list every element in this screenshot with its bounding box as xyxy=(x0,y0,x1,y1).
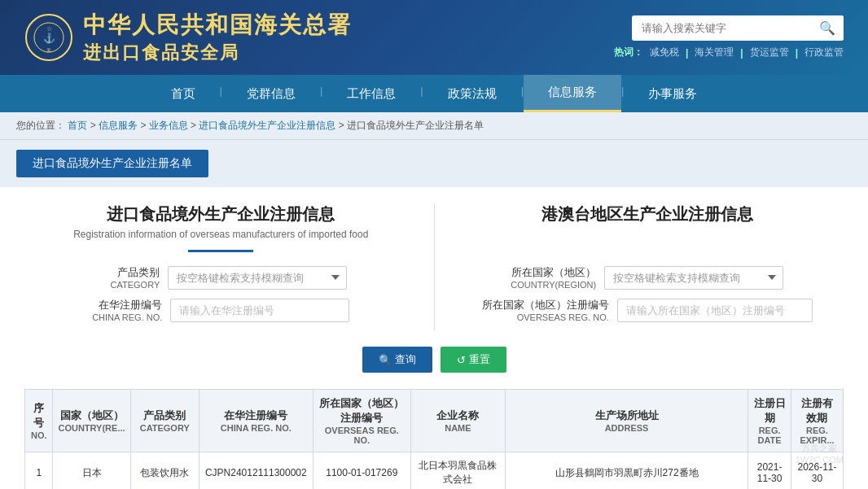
data-table: 序号NO. 国家（地区）COUNTRY(RE... 产品类别CATEGORY 在… xyxy=(24,389,844,489)
category-en: CATEGORY xyxy=(94,280,160,290)
search-button[interactable]: 🔍 查询 xyxy=(362,347,432,373)
breadcrumb-info[interactable]: 信息服务 xyxy=(99,120,138,131)
category-label: 产品类别 CATEGORY xyxy=(94,265,160,290)
hot-label: 热词： xyxy=(614,46,643,59)
table-cell: 1100-01-017269 xyxy=(313,452,410,490)
table-header-row: 序号NO. 国家（地区）COUNTRY(RE... 产品类别CATEGORY 在… xyxy=(25,390,844,452)
hkmt-section: 港澳台地区生产企业注册信息 所在国家（地区） COUNTRY(REGION) 按… xyxy=(451,203,844,330)
reset-button[interactable]: ↺ 重置 xyxy=(441,347,506,373)
col-name: 企业名称NAME xyxy=(410,390,505,452)
hot-keywords: 热词： 减免税 | 海关管理 | 货运监管 | 行政监管 xyxy=(614,46,844,59)
hot-keyword-2[interactable]: 海关管理 xyxy=(695,46,734,59)
header: ☆ ⚓ 关 中华人民共和国海关总署 进出口食品安全局 🔍 热词： 减免税 | 海… xyxy=(0,0,868,75)
table-cell: 山形县鶴岡市羽黒町赤川272番地 xyxy=(505,452,747,490)
china-reg-cn: 在华注册编号 xyxy=(92,298,162,312)
china-reg-label: 在华注册编号 CHINA REG. NO. xyxy=(92,298,162,322)
sub-title: 进出口食品安全局 xyxy=(83,41,352,65)
table-cell: 2026-11-30 xyxy=(791,452,843,490)
main-title: 中华人民共和国海关总署 xyxy=(83,10,352,41)
nav-policy[interactable]: 政策法规 xyxy=(423,75,521,112)
reset-label: 重置 xyxy=(469,352,490,367)
nav-service[interactable]: 办事服务 xyxy=(624,75,721,112)
breadcrumb-home[interactable]: 首页 xyxy=(68,120,87,131)
overseas-title: 进口食品境外生产企业注册信息 xyxy=(24,203,418,225)
hot-keyword-3[interactable]: 货运监管 xyxy=(750,46,789,59)
col-country: 国家（地区）COUNTRY(RE... xyxy=(53,390,130,452)
overseas-reg-cn: 所在国家（地区）注册编号 xyxy=(482,298,609,312)
overseas-reg-label: 所在国家（地区）注册编号 OVERSEAS REG. NO. xyxy=(482,298,609,322)
breadcrumb-biz[interactable]: 业务信息 xyxy=(149,120,188,131)
col-reg-expire: 注册有效期REG. EXPIR... xyxy=(791,390,843,452)
category-cn: 产品类别 xyxy=(94,265,160,280)
breadcrumb-label: 您的位置： xyxy=(16,120,65,131)
table-row: 1日本包装饮用水CJPN240121113000021100-01-017269… xyxy=(25,452,844,490)
hkmt-title: 港澳台地区生产企业注册信息 xyxy=(451,203,844,225)
logo-icon: ☆ ⚓ 关 xyxy=(24,13,73,62)
page-heading-button[interactable]: 进口食品境外生产企业注册名单 xyxy=(16,150,208,177)
hot-keyword-4[interactable]: 行政监管 xyxy=(804,46,844,59)
svg-text:关: 关 xyxy=(46,47,51,53)
overseas-subtitle: Registration information of overseas man… xyxy=(24,229,418,240)
header-logo: ☆ ⚓ 关 中华人民共和国海关总署 进出口食品安全局 xyxy=(24,10,352,65)
main-nav: 首页 | 党群信息 | 工作信息 | 政策法规 | 信息服务 | 办事服务 xyxy=(0,75,868,112)
nav-home[interactable]: 首页 xyxy=(147,75,220,112)
country-label: 所在国家（地区） COUNTRY(REGION) xyxy=(511,265,596,290)
table-cell: 北日本羽黒食品株式会社 xyxy=(410,452,505,490)
section-divider xyxy=(434,203,435,330)
country-en: COUNTRY(REGION) xyxy=(511,280,596,290)
hot-keyword-1[interactable]: 减免税 xyxy=(650,46,679,59)
overseas-reg-en: OVERSEAS REG. NO. xyxy=(482,312,609,322)
overseas-reg-row: 所在国家（地区）注册编号 OVERSEAS REG. NO. xyxy=(451,298,844,322)
china-reg-row: 在华注册编号 CHINA REG. NO. xyxy=(24,298,418,322)
china-reg-input[interactable] xyxy=(170,299,349,322)
action-row: 🔍 查询 ↺ 重置 xyxy=(24,347,844,373)
table-cell: 2021-11-30 xyxy=(748,452,791,490)
col-reg-date: 注册日期REG. DATE xyxy=(748,390,791,452)
col-overseas-reg: 所在国家（地区）注册编号OVERSEAS REG. NO. xyxy=(313,390,410,452)
svg-text:⚓: ⚓ xyxy=(43,32,55,44)
col-category: 产品类别CATEGORY xyxy=(130,390,199,452)
nav-work[interactable]: 工作信息 xyxy=(322,75,420,112)
main-content: 进口食品境外生产企业注册信息 Registration information … xyxy=(0,187,868,489)
table-header: 序号NO. 国家（地区）COUNTRY(RE... 产品类别CATEGORY 在… xyxy=(25,390,844,452)
search-label: 查询 xyxy=(395,352,416,367)
overseas-reg-input[interactable] xyxy=(617,299,813,322)
table-body: 1日本包装饮用水CJPN240121113000021100-01-017269… xyxy=(25,452,844,490)
category-select[interactable]: 按空格键检索支持模糊查询 xyxy=(168,266,347,290)
country-select[interactable]: 按空格键检索支持模糊查询 xyxy=(604,266,783,290)
overseas-divider xyxy=(188,250,253,252)
info-sections: 进口食品境外生产企业注册信息 Registration information … xyxy=(24,203,844,330)
category-row: 产品类别 CATEGORY 按空格键检索支持模糊查询 xyxy=(24,265,418,290)
col-china-reg: 在华注册编号CHINA REG. NO. xyxy=(199,390,313,452)
breadcrumb-current: 进口食品境外生产企业注册名单 xyxy=(347,120,484,131)
overseas-section: 进口食品境外生产企业注册信息 Registration information … xyxy=(24,203,418,330)
table-cell: 1 xyxy=(25,452,53,490)
table-cell: 日本 xyxy=(53,452,130,490)
hkmt-subtitle xyxy=(451,229,844,240)
table-cell: CJPN24012111300002 xyxy=(199,452,313,490)
table-cell: 包装饮用水 xyxy=(130,452,199,490)
search-icon: 🔍 xyxy=(379,354,392,366)
search-bar[interactable]: 🔍 xyxy=(632,15,844,41)
breadcrumb-overseas-reg[interactable]: 进口食品境外生产企业注册信息 xyxy=(199,120,335,131)
col-address: 生产场所地址ADDRESS xyxy=(505,390,747,452)
search-input[interactable] xyxy=(632,17,811,39)
nav-info[interactable]: 信息服务 xyxy=(524,75,621,112)
search-button[interactable]: 🔍 xyxy=(811,15,844,41)
hkmt-divider xyxy=(615,250,680,252)
header-search: 🔍 热词： 减免税 | 海关管理 | 货运监管 | 行政监管 xyxy=(614,15,844,59)
col-no: 序号NO. xyxy=(25,390,53,452)
breadcrumb: 您的位置： 首页 > 信息服务 > 业务信息 > 进口食品境外生产企业注册信息 … xyxy=(0,112,868,140)
nav-party[interactable]: 党群信息 xyxy=(222,75,320,112)
country-row: 所在国家（地区） COUNTRY(REGION) 按空格键检索支持模糊查询 xyxy=(451,265,844,290)
china-reg-en: CHINA REG. NO. xyxy=(92,312,162,322)
reset-icon: ↺ xyxy=(457,354,466,366)
page-heading-bar: 进口食品境外生产企业注册名单 xyxy=(0,140,868,187)
svg-text:☆: ☆ xyxy=(46,25,52,33)
header-titles: 中华人民共和国海关总署 进出口食品安全局 xyxy=(83,10,352,65)
country-cn: 所在国家（地区） xyxy=(511,265,596,280)
